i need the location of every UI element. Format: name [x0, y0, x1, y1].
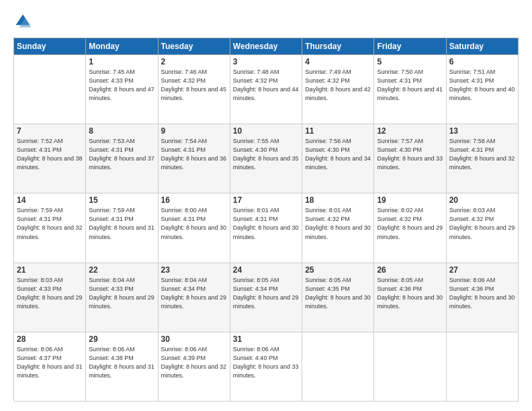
calendar-cell: 9Sunrise: 7:54 AMSunset: 4:31 PMDaylight…: [158, 124, 230, 193]
calendar-cell: 29Sunrise: 8:06 AMSunset: 4:38 PMDayligh…: [86, 332, 158, 401]
calendar-cell: 15Sunrise: 7:59 AMSunset: 4:31 PMDayligh…: [86, 193, 158, 263]
day-number: 3: [233, 57, 299, 66]
day-number: 27: [449, 265, 515, 275]
day-info: Sunrise: 8:06 AMSunset: 4:37 PMDaylight:…: [17, 345, 83, 380]
day-info: Sunrise: 8:05 AMSunset: 4:34 PMDaylight:…: [233, 276, 299, 311]
weekday-header-friday: Friday: [374, 38, 446, 55]
day-info: Sunrise: 8:03 AMSunset: 4:32 PMDaylight:…: [449, 206, 515, 241]
day-info: Sunrise: 8:06 AMSunset: 4:40 PMDaylight:…: [233, 345, 299, 380]
calendar-cell: 19Sunrise: 8:02 AMSunset: 4:32 PMDayligh…: [374, 193, 446, 263]
header: [13, 12, 519, 31]
day-info: Sunrise: 7:48 AMSunset: 4:32 PMDaylight:…: [233, 68, 299, 103]
day-number: 29: [89, 334, 154, 344]
day-number: 28: [17, 334, 83, 344]
calendar-week-2: 7Sunrise: 7:52 AMSunset: 4:31 PMDaylight…: [14, 124, 519, 193]
calendar-cell: 6Sunrise: 7:51 AMSunset: 4:31 PMDaylight…: [446, 55, 518, 124]
day-info: Sunrise: 7:54 AMSunset: 4:31 PMDaylight:…: [161, 137, 227, 172]
day-number: 21: [17, 265, 83, 275]
calendar-cell: 17Sunrise: 8:01 AMSunset: 4:31 PMDayligh…: [230, 193, 302, 263]
calendar-week-1: 1Sunrise: 7:45 AMSunset: 4:33 PMDaylight…: [14, 55, 519, 124]
calendar-cell: 2Sunrise: 7:46 AMSunset: 4:32 PMDaylight…: [158, 55, 230, 124]
weekday-header-tuesday: Tuesday: [158, 38, 230, 55]
day-number: 30: [161, 334, 227, 344]
calendar-cell: 14Sunrise: 7:59 AMSunset: 4:31 PMDayligh…: [14, 193, 86, 263]
day-info: Sunrise: 7:46 AMSunset: 4:32 PMDaylight:…: [161, 68, 227, 103]
day-number: 17: [233, 195, 299, 205]
day-number: 7: [17, 126, 83, 136]
calendar-cell: 28Sunrise: 8:06 AMSunset: 4:37 PMDayligh…: [14, 332, 86, 401]
day-number: 2: [161, 57, 227, 66]
calendar-week-5: 28Sunrise: 8:06 AMSunset: 4:37 PMDayligh…: [14, 332, 519, 401]
day-info: Sunrise: 8:01 AMSunset: 4:32 PMDaylight:…: [305, 206, 371, 241]
day-info: Sunrise: 8:01 AMSunset: 4:31 PMDaylight:…: [233, 206, 299, 241]
day-number: 11: [305, 126, 371, 136]
calendar-cell: 8Sunrise: 7:53 AMSunset: 4:31 PMDaylight…: [86, 124, 158, 193]
day-number: 24: [233, 265, 299, 275]
logo: [13, 12, 35, 31]
calendar-cell: 18Sunrise: 8:01 AMSunset: 4:32 PMDayligh…: [302, 193, 374, 263]
day-number: 22: [89, 265, 154, 275]
day-info: Sunrise: 8:06 AMSunset: 4:39 PMDaylight:…: [161, 345, 227, 380]
calendar-cell: 5Sunrise: 7:50 AMSunset: 4:31 PMDaylight…: [374, 55, 446, 124]
calendar-cell: [446, 332, 518, 401]
calendar-cell: 30Sunrise: 8:06 AMSunset: 4:39 PMDayligh…: [158, 332, 230, 401]
day-info: Sunrise: 8:02 AMSunset: 4:32 PMDaylight:…: [377, 206, 443, 241]
calendar-cell: 25Sunrise: 8:05 AMSunset: 4:35 PMDayligh…: [302, 263, 374, 332]
calendar-week-4: 21Sunrise: 8:03 AMSunset: 4:33 PMDayligh…: [14, 263, 519, 332]
calendar-cell: 10Sunrise: 7:55 AMSunset: 4:30 PMDayligh…: [230, 124, 302, 193]
day-info: Sunrise: 7:51 AMSunset: 4:31 PMDaylight:…: [449, 68, 515, 103]
calendar-cell: 4Sunrise: 7:49 AMSunset: 4:32 PMDaylight…: [302, 55, 374, 124]
day-info: Sunrise: 7:57 AMSunset: 4:30 PMDaylight:…: [377, 137, 443, 172]
day-number: 5: [377, 57, 443, 66]
day-info: Sunrise: 7:59 AMSunset: 4:31 PMDaylight:…: [89, 206, 154, 241]
calendar-cell: 26Sunrise: 8:05 AMSunset: 4:36 PMDayligh…: [374, 263, 446, 332]
day-info: Sunrise: 7:53 AMSunset: 4:31 PMDaylight:…: [89, 137, 154, 172]
day-info: Sunrise: 8:04 AMSunset: 4:34 PMDaylight:…: [161, 276, 227, 311]
day-number: 26: [377, 265, 443, 275]
day-number: 12: [377, 126, 443, 136]
weekday-header-saturday: Saturday: [446, 38, 518, 55]
day-number: 9: [161, 126, 227, 136]
calendar-cell: 20Sunrise: 8:03 AMSunset: 4:32 PMDayligh…: [446, 193, 518, 263]
calendar-cell: 24Sunrise: 8:05 AMSunset: 4:34 PMDayligh…: [230, 263, 302, 332]
calendar-cell: 22Sunrise: 8:04 AMSunset: 4:33 PMDayligh…: [86, 263, 158, 332]
weekday-header-sunday: Sunday: [14, 38, 86, 55]
day-info: Sunrise: 7:58 AMSunset: 4:31 PMDaylight:…: [449, 137, 515, 172]
weekday-header-wednesday: Wednesday: [230, 38, 302, 55]
day-number: 6: [449, 57, 515, 66]
calendar-cell: 7Sunrise: 7:52 AMSunset: 4:31 PMDaylight…: [14, 124, 86, 193]
calendar-table: SundayMondayTuesdayWednesdayThursdayFrid…: [13, 38, 519, 402]
calendar-cell: 3Sunrise: 7:48 AMSunset: 4:32 PMDaylight…: [230, 55, 302, 124]
day-number: 4: [305, 57, 371, 66]
day-number: 8: [89, 126, 154, 136]
day-number: 15: [89, 195, 154, 205]
day-info: Sunrise: 8:06 AMSunset: 4:38 PMDaylight:…: [89, 345, 154, 380]
calendar-week-3: 14Sunrise: 7:59 AMSunset: 4:31 PMDayligh…: [14, 193, 519, 263]
calendar-cell: 12Sunrise: 7:57 AMSunset: 4:30 PMDayligh…: [374, 124, 446, 193]
weekday-header-monday: Monday: [86, 38, 158, 55]
weekday-header-thursday: Thursday: [302, 38, 374, 55]
weekday-header-row: SundayMondayTuesdayWednesdayThursdayFrid…: [14, 38, 519, 55]
day-info: Sunrise: 7:59 AMSunset: 4:31 PMDaylight:…: [17, 206, 83, 241]
calendar-cell: 23Sunrise: 8:04 AMSunset: 4:34 PMDayligh…: [158, 263, 230, 332]
calendar-cell: 31Sunrise: 8:06 AMSunset: 4:40 PMDayligh…: [230, 332, 302, 401]
day-number: 25: [305, 265, 371, 275]
day-number: 23: [161, 265, 227, 275]
day-number: 19: [377, 195, 443, 205]
day-info: Sunrise: 7:45 AMSunset: 4:33 PMDaylight:…: [89, 68, 154, 103]
day-info: Sunrise: 7:56 AMSunset: 4:30 PMDaylight:…: [305, 137, 371, 172]
calendar-cell: [374, 332, 446, 401]
calendar-cell: 11Sunrise: 7:56 AMSunset: 4:30 PMDayligh…: [302, 124, 374, 193]
calendar-cell: [302, 332, 374, 401]
day-info: Sunrise: 8:05 AMSunset: 4:36 PMDaylight:…: [377, 276, 443, 311]
day-number: 16: [161, 195, 227, 205]
calendar-cell: 21Sunrise: 8:03 AMSunset: 4:33 PMDayligh…: [14, 263, 86, 332]
day-info: Sunrise: 8:04 AMSunset: 4:33 PMDaylight:…: [89, 276, 154, 311]
page: SundayMondayTuesdayWednesdayThursdayFrid…: [0, 0, 532, 411]
logo-icon: [13, 12, 32, 31]
calendar-cell: 16Sunrise: 8:00 AMSunset: 4:31 PMDayligh…: [158, 193, 230, 263]
day-info: Sunrise: 7:52 AMSunset: 4:31 PMDaylight:…: [17, 137, 83, 172]
day-info: Sunrise: 7:49 AMSunset: 4:32 PMDaylight:…: [305, 68, 371, 103]
day-info: Sunrise: 7:55 AMSunset: 4:30 PMDaylight:…: [233, 137, 299, 172]
day-info: Sunrise: 8:05 AMSunset: 4:35 PMDaylight:…: [305, 276, 371, 311]
